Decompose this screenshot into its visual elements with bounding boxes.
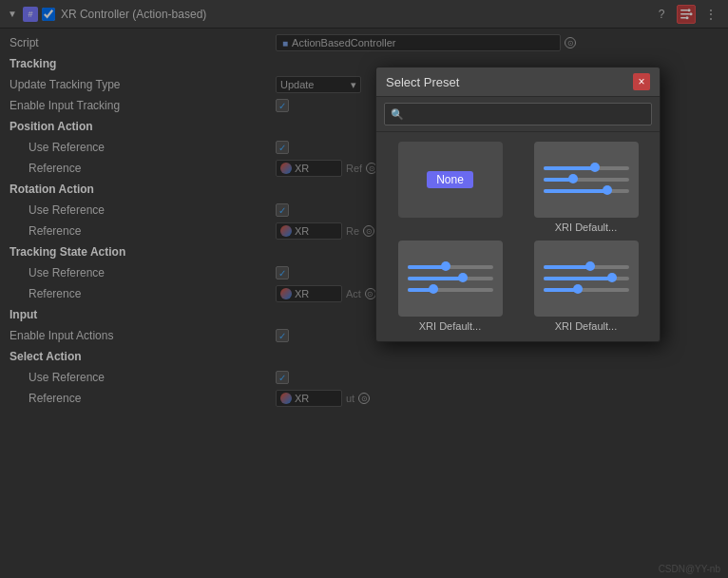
slider-fill-1 (544, 166, 595, 170)
preset-grid: None (376, 132, 660, 341)
slider-thumb-2 (568, 174, 578, 183)
preset-thumb-none: None (398, 142, 503, 218)
slider-row-3 (544, 189, 629, 193)
slider-thumb-3 (603, 185, 612, 195)
slider-row-9 (544, 288, 629, 292)
slider-row-8 (544, 277, 629, 280)
slider-fill-4 (408, 265, 447, 269)
preset-thumb-xri1 (534, 142, 639, 218)
modal-close-button[interactable]: × (633, 73, 650, 90)
preset-item-xri3[interactable]: XRI Default... (522, 241, 650, 332)
slider-track-9 (544, 288, 629, 292)
search-input[interactable] (408, 106, 645, 123)
modal-header: Select Preset × (376, 67, 660, 97)
slider-fill-5 (408, 277, 464, 280)
slider-fill-7 (544, 265, 591, 269)
slider-row-7 (544, 265, 629, 269)
slider-row-1 (544, 166, 629, 170)
slider-row-6 (408, 288, 493, 292)
preset-thumb-xri3 (534, 241, 639, 317)
slider-thumb-6 (429, 284, 438, 294)
select-preset-modal: Select Preset × 🔍 None (375, 67, 661, 342)
slider-track-2 (544, 178, 629, 182)
slider-row-2 (544, 178, 629, 182)
slider-thumb-9 (573, 284, 583, 294)
slider-thumb-7 (585, 261, 595, 271)
preset-label-xri1: XRI Default... (555, 222, 617, 233)
slider-track-3 (544, 189, 629, 193)
slider-track-5 (408, 277, 493, 280)
slider-fill-8 (544, 277, 612, 280)
slider-track-1 (544, 166, 629, 170)
slider-track-8 (544, 277, 629, 280)
slider-fill-3 (544, 189, 608, 193)
slider-row-4 (408, 265, 493, 269)
search-box: 🔍 (384, 103, 652, 125)
main-panel: ▼ # XR Controller (Action-based) ? ⋮ (0, 0, 728, 578)
preset-item-none[interactable]: None (386, 142, 514, 233)
preset-label-xri2: XRI Default... (419, 320, 481, 332)
preset-item-xri2[interactable]: XRI Default... (386, 241, 514, 332)
preset-thumb-xri2 (398, 241, 503, 317)
preset-label-xri3: XRI Default... (555, 320, 617, 332)
modal-search-area: 🔍 (376, 97, 660, 132)
none-label: None (427, 171, 473, 188)
slider-thumb-1 (590, 163, 600, 172)
slider-thumb-5 (458, 273, 468, 282)
slider-row-5 (408, 277, 493, 280)
modal-title: Select Preset (386, 75, 459, 89)
slider-thumb-8 (607, 273, 617, 282)
preset-item-xri1[interactable]: XRI Default... (522, 142, 650, 233)
slider-thumb-4 (441, 261, 450, 271)
slider-track-4 (408, 265, 493, 269)
search-icon: 🔍 (391, 108, 404, 121)
modal-overlay: Select Preset × 🔍 None (0, 0, 728, 578)
slider-track-7 (544, 265, 629, 269)
slider-track-6 (408, 288, 493, 292)
